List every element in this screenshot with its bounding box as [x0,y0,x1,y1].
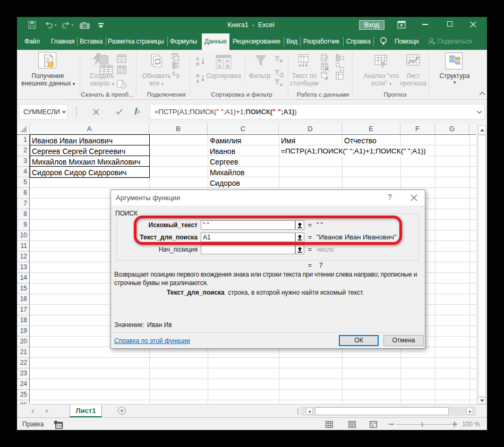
svg-text:Я: Я [196,62,199,66]
svg-text:?: ? [380,60,385,68]
svg-text:А: А [226,58,229,64]
svg-text:А: А [196,56,199,62]
svg-text:А: А [218,64,221,69]
svg-text:Я: Я [226,64,229,69]
svg-text:Я: Я [218,58,221,64]
